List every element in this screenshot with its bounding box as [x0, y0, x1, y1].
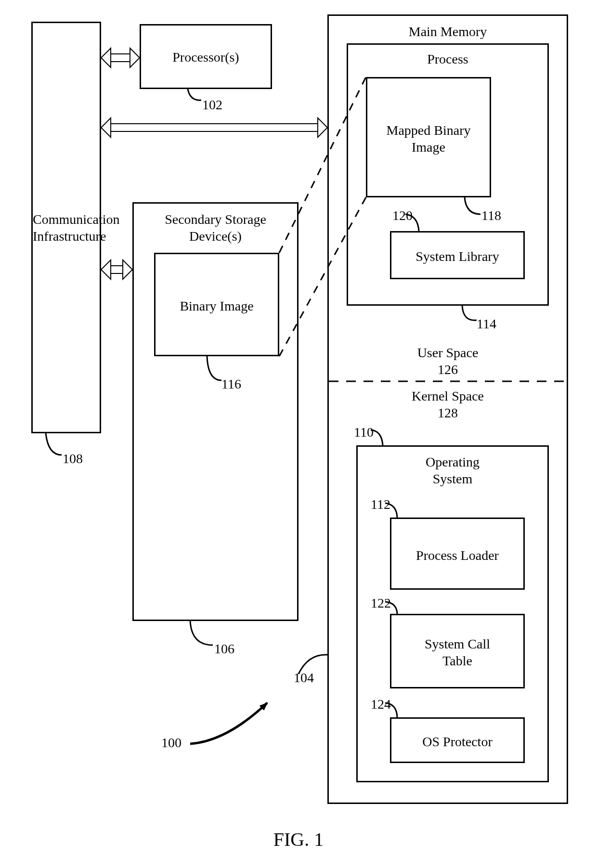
- binary-image-ref: 116: [221, 376, 241, 392]
- os-protector-ref: 124: [371, 696, 391, 713]
- comm-infra-label: Communication Infrastructure: [33, 211, 100, 245]
- mapped-binary-ref: 118: [481, 207, 501, 224]
- os-protector-box: OS Protector: [390, 717, 525, 763]
- system-library-ref: 120: [392, 207, 413, 224]
- system-library-label: System Library: [391, 248, 523, 265]
- process-loader-box: Process Loader: [390, 518, 525, 590]
- process-loader-label: Process Loader: [391, 547, 523, 564]
- secondary-storage-ref: 106: [214, 640, 234, 657]
- binary-image-box: Binary Image: [154, 253, 279, 356]
- kernel-space-ref: 128: [327, 404, 568, 421]
- processor-ref: 102: [202, 96, 222, 113]
- process-loader-ref: 112: [371, 496, 390, 513]
- process-ref: 114: [477, 315, 496, 332]
- syscall-table-ref: 122: [371, 595, 391, 611]
- comm-infra-ref: 108: [63, 450, 83, 467]
- process-label: Process: [348, 51, 547, 67]
- figure-label: FIG. 1: [0, 828, 597, 851]
- comm-infra-box: Communication Infrastructure: [31, 22, 101, 433]
- main-memory-ref: 104: [294, 669, 314, 686]
- os-label: Operating System: [358, 453, 547, 487]
- user-space-ref: 126: [327, 361, 568, 378]
- secondary-storage-label: Secondary Storage Device(s): [134, 211, 297, 245]
- syscall-table-label: System Call Table: [391, 635, 523, 669]
- binary-image-label: Binary Image: [156, 298, 278, 314]
- processor-box: Processor(s): [140, 24, 272, 89]
- kernel-space-label: Kernel Space: [327, 388, 568, 404]
- overall-ref: 100: [161, 734, 182, 751]
- mapped-binary-label: Mapped Binary Image: [367, 122, 490, 155]
- processor-label: Processor(s): [141, 49, 271, 65]
- os-ref: 110: [354, 424, 374, 440]
- system-library-box: System Library: [390, 231, 525, 279]
- mapped-binary-box: Mapped Binary Image: [366, 77, 491, 197]
- syscall-table-box: System Call Table: [390, 614, 525, 688]
- main-memory-label: Main Memory: [329, 23, 567, 40]
- user-space-label: User Space: [327, 344, 568, 361]
- os-protector-label: OS Protector: [391, 733, 523, 750]
